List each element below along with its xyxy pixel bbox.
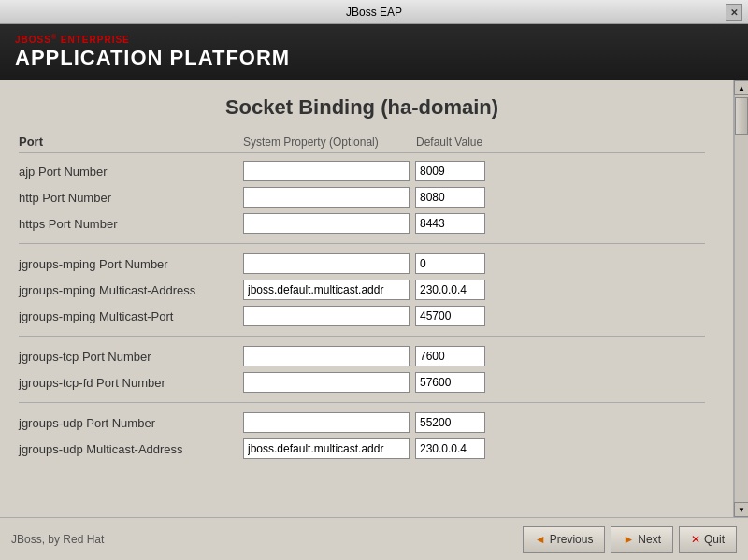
- header-banner: JBOSS® ENTERPRISE APPLICATION PLATFORM: [0, 24, 748, 80]
- row-udp-addr: jgroups-udp Multicast-Address: [19, 438, 705, 459]
- input-mping-mport-default[interactable]: [415, 306, 485, 326]
- row-mping-mport: jgroups-mping Multicast-Port: [19, 306, 705, 326]
- input-ajp-port-sysprop[interactable]: [243, 161, 410, 181]
- section-3: jgroups-tcp Port Number jgroups-tcp-fd P…: [19, 346, 705, 393]
- divider-1: [19, 243, 705, 244]
- input-http-port-default[interactable]: [415, 187, 485, 208]
- scrollbar[interactable]: ▲ ▼: [733, 80, 748, 517]
- label-tcp-fd-port: jgroups-tcp-fd Port Number: [19, 376, 243, 390]
- page-title: Socket Binding (ha-domain): [19, 95, 705, 120]
- main-content: Socket Binding (ha-domain) Port System P…: [0, 80, 748, 517]
- row-ajp-port: ajp Port Number: [19, 161, 705, 181]
- logo: JBOSS® ENTERPRISE APPLICATION PLATFORM: [15, 34, 290, 71]
- row-tcp-port: jgroups-tcp Port Number: [19, 346, 705, 366]
- input-tcp-port-sysprop[interactable]: [243, 346, 410, 366]
- row-mping-port: jgroups-mping Port Number: [19, 253, 705, 274]
- row-udp-port: jgroups-udp Port Number: [19, 412, 705, 433]
- input-udp-addr-default[interactable]: [415, 438, 485, 459]
- row-https-port: https Port Number: [19, 213, 705, 234]
- input-tcp-port-default[interactable]: [415, 346, 485, 366]
- col-default-val: Default Value: [416, 136, 482, 149]
- col-port: Port: [19, 135, 243, 149]
- label-https-port: https Port Number: [19, 217, 243, 231]
- divider-2: [19, 336, 705, 337]
- label-udp-addr: jgroups-udp Multicast-Address: [19, 442, 243, 456]
- input-udp-addr-sysprop[interactable]: [243, 438, 410, 459]
- label-ajp-port: ajp Port Number: [19, 165, 243, 179]
- quit-button[interactable]: ✕ Quit: [679, 526, 737, 553]
- quit-icon: ✕: [691, 533, 700, 546]
- label-udp-port: jgroups-udp Port Number: [19, 416, 243, 430]
- scroll-track[interactable]: [734, 95, 748, 502]
- input-mping-port-sysprop[interactable]: [243, 253, 410, 274]
- divider-3: [19, 402, 705, 403]
- col-sys-prop: System Property (Optional): [243, 136, 416, 149]
- footer: JBoss, by Red Hat ◄ Previous ► Next ✕ Qu…: [0, 517, 748, 560]
- label-mping-mport: jgroups-mping Multicast-Port: [19, 309, 243, 323]
- scroll-up-arrow[interactable]: ▲: [734, 80, 748, 95]
- logo-platform-text: APPLICATION PLATFORM: [15, 46, 290, 70]
- next-icon: ►: [623, 533, 634, 546]
- section-1: ajp Port Number http Port Number https P…: [19, 161, 705, 234]
- scroll-down-arrow[interactable]: ▼: [734, 502, 748, 517]
- previous-icon: ◄: [535, 533, 546, 546]
- input-udp-port-default[interactable]: [415, 412, 485, 433]
- input-tcp-fd-port-default[interactable]: [415, 372, 485, 393]
- previous-label: Previous: [550, 533, 594, 546]
- input-mping-addr-sysprop[interactable]: [243, 280, 410, 300]
- input-udp-port-sysprop[interactable]: [243, 412, 410, 433]
- column-headers: Port System Property (Optional) Default …: [19, 135, 705, 153]
- close-button[interactable]: ✕: [726, 4, 742, 21]
- previous-button[interactable]: ◄ Previous: [523, 526, 606, 553]
- row-http-port: http Port Number: [19, 187, 705, 208]
- input-mping-port-default[interactable]: [415, 253, 485, 274]
- label-mping-addr: jgroups-mping Multicast-Address: [19, 283, 243, 297]
- input-https-port-sysprop[interactable]: [243, 213, 410, 234]
- section-2: jgroups-mping Port Number jgroups-mping …: [19, 253, 705, 326]
- section-4: jgroups-udp Port Number jgroups-udp Mult…: [19, 412, 705, 459]
- next-label: Next: [638, 533, 661, 546]
- input-ajp-port-default[interactable]: [415, 161, 485, 181]
- label-mping-port: jgroups-mping Port Number: [19, 257, 243, 271]
- input-mping-addr-default[interactable]: [415, 280, 485, 300]
- input-https-port-default[interactable]: [415, 213, 485, 234]
- input-http-port-sysprop[interactable]: [243, 187, 410, 208]
- input-tcp-fd-port-sysprop[interactable]: [243, 372, 410, 393]
- quit-label: Quit: [704, 533, 725, 546]
- footer-credit: JBoss, by Red Hat: [11, 533, 104, 546]
- scroll-thumb[interactable]: [735, 97, 748, 135]
- window-title: JBoss EAP: [346, 6, 402, 19]
- row-mping-addr: jgroups-mping Multicast-Address: [19, 280, 705, 300]
- title-bar: JBoss EAP ✕: [0, 0, 748, 24]
- input-mping-mport-sysprop[interactable]: [243, 306, 410, 326]
- footer-buttons: ◄ Previous ► Next ✕ Quit: [523, 526, 737, 553]
- label-tcp-port: jgroups-tcp Port Number: [19, 350, 243, 364]
- label-http-port: http Port Number: [19, 191, 243, 205]
- form-area[interactable]: Socket Binding (ha-domain) Port System P…: [0, 80, 733, 517]
- logo-jboss-text: JBOSS® ENTERPRISE: [15, 34, 290, 46]
- row-tcp-fd-port: jgroups-tcp-fd Port Number: [19, 372, 705, 393]
- next-button[interactable]: ► Next: [611, 526, 673, 553]
